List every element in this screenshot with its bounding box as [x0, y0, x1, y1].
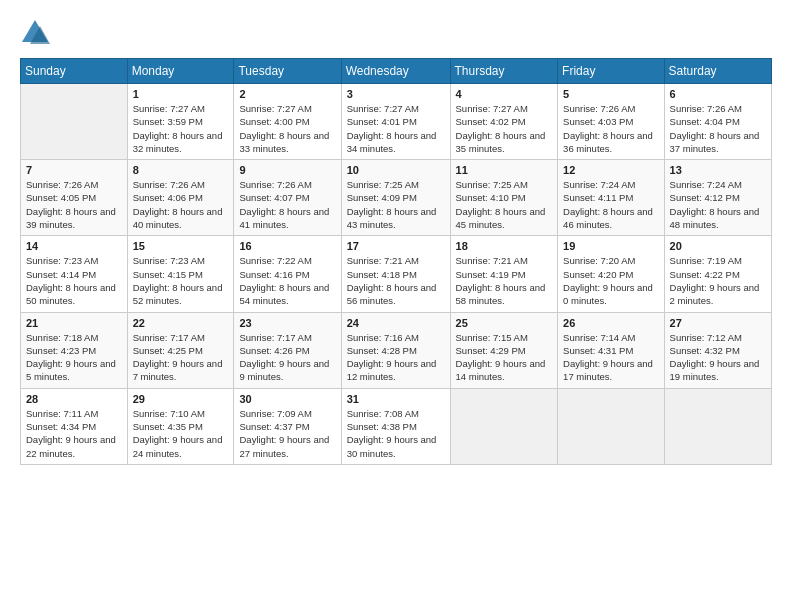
calendar-cell: 25Sunrise: 7:15 AMSunset: 4:29 PMDayligh…	[450, 312, 558, 388]
day-info: Sunrise: 7:27 AMSunset: 4:02 PMDaylight:…	[456, 102, 553, 155]
day-number: 20	[670, 240, 766, 252]
calendar-cell: 21Sunrise: 7:18 AMSunset: 4:23 PMDayligh…	[21, 312, 128, 388]
day-info: Sunrise: 7:15 AMSunset: 4:29 PMDaylight:…	[456, 331, 553, 384]
calendar-cell: 4Sunrise: 7:27 AMSunset: 4:02 PMDaylight…	[450, 84, 558, 160]
calendar-cell: 15Sunrise: 7:23 AMSunset: 4:15 PMDayligh…	[127, 236, 234, 312]
weekday-header: Saturday	[664, 59, 771, 84]
calendar-cell: 27Sunrise: 7:12 AMSunset: 4:32 PMDayligh…	[664, 312, 771, 388]
calendar-cell: 6Sunrise: 7:26 AMSunset: 4:04 PMDaylight…	[664, 84, 771, 160]
day-number: 4	[456, 88, 553, 100]
day-number: 31	[347, 393, 445, 405]
day-number: 23	[239, 317, 335, 329]
weekday-header: Thursday	[450, 59, 558, 84]
calendar-week-row: 1Sunrise: 7:27 AMSunset: 3:59 PMDaylight…	[21, 84, 772, 160]
day-number: 17	[347, 240, 445, 252]
calendar-cell: 22Sunrise: 7:17 AMSunset: 4:25 PMDayligh…	[127, 312, 234, 388]
day-info: Sunrise: 7:23 AMSunset: 4:14 PMDaylight:…	[26, 254, 122, 307]
weekday-header: Wednesday	[341, 59, 450, 84]
day-info: Sunrise: 7:18 AMSunset: 4:23 PMDaylight:…	[26, 331, 122, 384]
calendar-cell: 7Sunrise: 7:26 AMSunset: 4:05 PMDaylight…	[21, 160, 128, 236]
day-number: 5	[563, 88, 658, 100]
day-number: 22	[133, 317, 229, 329]
calendar-cell: 8Sunrise: 7:26 AMSunset: 4:06 PMDaylight…	[127, 160, 234, 236]
logo	[20, 18, 54, 48]
weekday-header: Sunday	[21, 59, 128, 84]
day-info: Sunrise: 7:20 AMSunset: 4:20 PMDaylight:…	[563, 254, 658, 307]
day-number: 15	[133, 240, 229, 252]
calendar-cell: 2Sunrise: 7:27 AMSunset: 4:00 PMDaylight…	[234, 84, 341, 160]
calendar-cell	[664, 388, 771, 464]
calendar-cell: 13Sunrise: 7:24 AMSunset: 4:12 PMDayligh…	[664, 160, 771, 236]
day-info: Sunrise: 7:14 AMSunset: 4:31 PMDaylight:…	[563, 331, 658, 384]
day-info: Sunrise: 7:17 AMSunset: 4:26 PMDaylight:…	[239, 331, 335, 384]
day-info: Sunrise: 7:26 AMSunset: 4:03 PMDaylight:…	[563, 102, 658, 155]
day-number: 18	[456, 240, 553, 252]
day-number: 16	[239, 240, 335, 252]
calendar-cell: 26Sunrise: 7:14 AMSunset: 4:31 PMDayligh…	[558, 312, 664, 388]
day-info: Sunrise: 7:26 AMSunset: 4:06 PMDaylight:…	[133, 178, 229, 231]
day-number: 2	[239, 88, 335, 100]
logo-icon	[20, 18, 50, 48]
calendar-cell	[450, 388, 558, 464]
day-info: Sunrise: 7:27 AMSunset: 4:01 PMDaylight:…	[347, 102, 445, 155]
calendar-cell: 10Sunrise: 7:25 AMSunset: 4:09 PMDayligh…	[341, 160, 450, 236]
calendar-table: SundayMondayTuesdayWednesdayThursdayFrid…	[20, 58, 772, 465]
calendar-cell: 31Sunrise: 7:08 AMSunset: 4:38 PMDayligh…	[341, 388, 450, 464]
day-number: 29	[133, 393, 229, 405]
calendar-week-row: 21Sunrise: 7:18 AMSunset: 4:23 PMDayligh…	[21, 312, 772, 388]
weekday-header-row: SundayMondayTuesdayWednesdayThursdayFrid…	[21, 59, 772, 84]
day-info: Sunrise: 7:26 AMSunset: 4:05 PMDaylight:…	[26, 178, 122, 231]
day-number: 14	[26, 240, 122, 252]
calendar-cell: 30Sunrise: 7:09 AMSunset: 4:37 PMDayligh…	[234, 388, 341, 464]
weekday-header: Friday	[558, 59, 664, 84]
calendar-cell	[558, 388, 664, 464]
day-info: Sunrise: 7:24 AMSunset: 4:12 PMDaylight:…	[670, 178, 766, 231]
day-info: Sunrise: 7:26 AMSunset: 4:07 PMDaylight:…	[239, 178, 335, 231]
day-info: Sunrise: 7:16 AMSunset: 4:28 PMDaylight:…	[347, 331, 445, 384]
day-number: 7	[26, 164, 122, 176]
calendar-cell: 28Sunrise: 7:11 AMSunset: 4:34 PMDayligh…	[21, 388, 128, 464]
calendar-cell: 18Sunrise: 7:21 AMSunset: 4:19 PMDayligh…	[450, 236, 558, 312]
day-info: Sunrise: 7:11 AMSunset: 4:34 PMDaylight:…	[26, 407, 122, 460]
day-number: 19	[563, 240, 658, 252]
day-info: Sunrise: 7:21 AMSunset: 4:19 PMDaylight:…	[456, 254, 553, 307]
day-info: Sunrise: 7:26 AMSunset: 4:04 PMDaylight:…	[670, 102, 766, 155]
day-number: 28	[26, 393, 122, 405]
day-info: Sunrise: 7:17 AMSunset: 4:25 PMDaylight:…	[133, 331, 229, 384]
calendar-cell: 3Sunrise: 7:27 AMSunset: 4:01 PMDaylight…	[341, 84, 450, 160]
day-info: Sunrise: 7:12 AMSunset: 4:32 PMDaylight:…	[670, 331, 766, 384]
day-number: 30	[239, 393, 335, 405]
calendar-week-row: 7Sunrise: 7:26 AMSunset: 4:05 PMDaylight…	[21, 160, 772, 236]
calendar-cell	[21, 84, 128, 160]
weekday-header: Monday	[127, 59, 234, 84]
day-info: Sunrise: 7:23 AMSunset: 4:15 PMDaylight:…	[133, 254, 229, 307]
calendar-cell: 24Sunrise: 7:16 AMSunset: 4:28 PMDayligh…	[341, 312, 450, 388]
day-info: Sunrise: 7:09 AMSunset: 4:37 PMDaylight:…	[239, 407, 335, 460]
calendar-week-row: 28Sunrise: 7:11 AMSunset: 4:34 PMDayligh…	[21, 388, 772, 464]
day-number: 1	[133, 88, 229, 100]
day-info: Sunrise: 7:27 AMSunset: 4:00 PMDaylight:…	[239, 102, 335, 155]
day-number: 8	[133, 164, 229, 176]
day-info: Sunrise: 7:24 AMSunset: 4:11 PMDaylight:…	[563, 178, 658, 231]
day-number: 10	[347, 164, 445, 176]
calendar-cell: 19Sunrise: 7:20 AMSunset: 4:20 PMDayligh…	[558, 236, 664, 312]
calendar-cell: 11Sunrise: 7:25 AMSunset: 4:10 PMDayligh…	[450, 160, 558, 236]
day-info: Sunrise: 7:25 AMSunset: 4:10 PMDaylight:…	[456, 178, 553, 231]
day-info: Sunrise: 7:10 AMSunset: 4:35 PMDaylight:…	[133, 407, 229, 460]
calendar-cell: 9Sunrise: 7:26 AMSunset: 4:07 PMDaylight…	[234, 160, 341, 236]
day-number: 26	[563, 317, 658, 329]
calendar-cell: 12Sunrise: 7:24 AMSunset: 4:11 PMDayligh…	[558, 160, 664, 236]
day-info: Sunrise: 7:27 AMSunset: 3:59 PMDaylight:…	[133, 102, 229, 155]
calendar-cell: 5Sunrise: 7:26 AMSunset: 4:03 PMDaylight…	[558, 84, 664, 160]
day-info: Sunrise: 7:19 AMSunset: 4:22 PMDaylight:…	[670, 254, 766, 307]
day-number: 13	[670, 164, 766, 176]
day-info: Sunrise: 7:25 AMSunset: 4:09 PMDaylight:…	[347, 178, 445, 231]
day-info: Sunrise: 7:21 AMSunset: 4:18 PMDaylight:…	[347, 254, 445, 307]
page-header	[20, 18, 772, 48]
day-number: 21	[26, 317, 122, 329]
day-number: 24	[347, 317, 445, 329]
day-number: 9	[239, 164, 335, 176]
day-number: 11	[456, 164, 553, 176]
day-number: 27	[670, 317, 766, 329]
day-number: 6	[670, 88, 766, 100]
